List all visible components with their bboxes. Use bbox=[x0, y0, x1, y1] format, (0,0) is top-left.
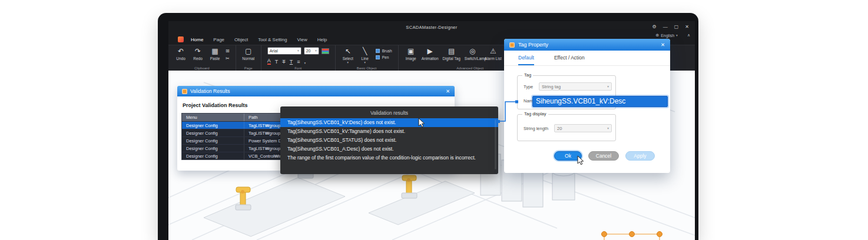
font-group-label: Font bbox=[261, 66, 335, 70]
validation-window-title: Validation Results bbox=[190, 88, 230, 94]
language-selector[interactable]: ⊕ English ▾ bbox=[655, 33, 678, 38]
paste-button[interactable]: ▦ Paste bbox=[208, 47, 221, 61]
language-label: English bbox=[661, 34, 674, 38]
tag-property-titlebar[interactable]: Tag Property ✕ bbox=[504, 39, 670, 51]
font-size-value: 20 bbox=[306, 49, 311, 53]
font-color-palette-icon[interactable] bbox=[322, 48, 329, 54]
validation-window-titlebar[interactable]: Validation Results ✕ bbox=[177, 86, 455, 96]
globe-icon: ⊕ bbox=[655, 33, 659, 38]
normal-label: Normal bbox=[242, 56, 254, 61]
tag-name-input[interactable]: SiheungSS.VCB01_kV:Desc bbox=[532, 96, 668, 107]
string-length-select[interactable]: 20 ▾ bbox=[554, 124, 612, 132]
chevron-down-icon: ▾ bbox=[315, 49, 317, 52]
app-title: SCADAMaster-Designer bbox=[406, 25, 457, 30]
app-titlebar[interactable]: SCADAMaster-Designer ⚙ — ▢ ✕ bbox=[168, 21, 695, 34]
select-label: Select bbox=[343, 56, 353, 61]
undo-label: Undo bbox=[176, 56, 185, 61]
popup-item[interactable]: Tag(SiheungSS.VCB01_A:Desc) does not exi… bbox=[280, 145, 498, 154]
tag-groupbox-legend: Tag bbox=[522, 72, 533, 78]
settings-gear-icon[interactable]: ⚙ bbox=[652, 24, 657, 29]
redo-label: Redo bbox=[193, 56, 203, 61]
apply-button[interactable]: Apply bbox=[625, 151, 655, 161]
app-screen: SCADAMaster-Designer ⚙ — ▢ ✕ ⊕ English ▾… bbox=[168, 21, 695, 240]
tab-default[interactable]: Default bbox=[518, 51, 534, 65]
selection-handle[interactable] bbox=[602, 232, 662, 240]
pen-tool-button[interactable]: Pen bbox=[376, 55, 392, 59]
line-icon: ╲ bbox=[363, 47, 367, 56]
redo-icon: ↷ bbox=[195, 47, 201, 56]
popup-item[interactable]: Tag(SiheungSS.VCB01_STATUS) does not exi… bbox=[280, 136, 498, 145]
selected-object[interactable] bbox=[601, 231, 663, 240]
normal-page-button[interactable]: ▢ Normal bbox=[242, 47, 255, 61]
brush-icon bbox=[376, 49, 380, 53]
string-length-value: 20 bbox=[557, 126, 562, 131]
undo-button[interactable]: ↶ Undo bbox=[174, 47, 187, 61]
menu-tool-setting[interactable]: Tool & Setting bbox=[258, 37, 287, 42]
cell-menu: Designer Config bbox=[182, 145, 244, 152]
animation-tool-button[interactable]: ▶ Animation bbox=[422, 47, 439, 61]
tab-effect-action[interactable]: Effect / Action bbox=[554, 51, 585, 65]
digital-tag-tool-button[interactable]: ▤ Digital Tag bbox=[443, 47, 460, 61]
text-style-button[interactable]: T bbox=[275, 59, 279, 65]
popup-item[interactable]: Tag(SiheungSS.VCB01_kV:Desc) does not ex… bbox=[280, 118, 498, 127]
underline-button[interactable]: T bbox=[290, 59, 293, 65]
line-tool-button[interactable]: ╲ Line ▾ bbox=[359, 47, 372, 64]
alarm-list-tool-button[interactable]: ⚠ Alarm List bbox=[485, 47, 502, 61]
chevron-down-icon: ▾ bbox=[364, 61, 366, 64]
close-icon[interactable]: ✕ bbox=[446, 88, 450, 94]
menu-home[interactable]: Home bbox=[191, 37, 203, 42]
validation-window-icon bbox=[182, 89, 187, 94]
type-label: Type bbox=[524, 84, 533, 89]
align-button[interactable]: ≡ bbox=[297, 59, 300, 65]
switch-lamp-tool-button[interactable]: ◎ Switch/Lamp bbox=[465, 47, 481, 61]
string-length-label: String length bbox=[524, 126, 548, 131]
menu-page[interactable]: Page bbox=[213, 37, 224, 42]
tag-type-value: String tag bbox=[542, 84, 561, 89]
ribbon-group-font: Arial ▾ 20 ▾ A T T bbox=[261, 45, 336, 71]
mouse-cursor bbox=[418, 118, 426, 131]
paste-icon: ▦ bbox=[211, 47, 218, 56]
minimize-button[interactable]: — bbox=[663, 24, 668, 29]
cut-icon[interactable]: ✂ bbox=[226, 56, 230, 61]
font-color-button[interactable]: A bbox=[267, 58, 271, 65]
font-size-select[interactable]: 20 ▾ bbox=[304, 47, 319, 55]
select-tool-button[interactable]: ↖ Select ▾ bbox=[342, 47, 355, 64]
tag-type-select[interactable]: String tag ▾ bbox=[539, 82, 612, 91]
digital-tag-label: Digital Tag bbox=[443, 56, 460, 61]
ribbon-group-basic-object: ↖ Select ▾ ╲ Line ▾ Brush bbox=[336, 45, 399, 71]
tag-property-icon bbox=[509, 42, 515, 48]
page-group-label: Page bbox=[236, 66, 261, 70]
brush-tool-button[interactable]: Brush bbox=[376, 49, 392, 53]
cancel-button[interactable]: Cancel bbox=[588, 151, 619, 161]
copy-icon[interactable]: ⊞ bbox=[226, 48, 230, 54]
cell-menu: Designer Config bbox=[182, 137, 244, 144]
popup-item[interactable]: The range of the first comparison value … bbox=[280, 154, 498, 162]
popup-item[interactable]: Tag(SiheungSS.VCB01_kV:Tagname) does not… bbox=[280, 127, 498, 136]
strikethrough-button[interactable]: T bbox=[282, 59, 286, 65]
menu-object[interactable]: Object bbox=[234, 37, 248, 42]
validation-popup: Validation results Tag(SiheungSS.VCB01_k… bbox=[280, 106, 498, 174]
brush-label: Brush bbox=[382, 49, 392, 53]
image-icon: ▣ bbox=[408, 47, 414, 56]
line-label: Line bbox=[362, 56, 369, 61]
undo-icon: ↶ bbox=[178, 47, 184, 56]
titlebar-right-row: ⊕ English ▾ ∧ bbox=[655, 33, 690, 38]
maximize-button[interactable]: ▢ bbox=[674, 24, 679, 29]
redo-button[interactable]: ↷ Redo bbox=[191, 47, 204, 61]
ribbon-collapse-button[interactable]: ∧ bbox=[687, 33, 690, 38]
font-family-value: Arial bbox=[270, 49, 278, 53]
close-button[interactable]: ✕ bbox=[685, 24, 689, 29]
close-icon[interactable]: ✕ bbox=[661, 42, 665, 48]
animation-label: Animation bbox=[422, 56, 439, 61]
pen-label: Pen bbox=[382, 55, 389, 59]
alarm-icon: ⚠ bbox=[490, 47, 496, 56]
image-tool-button[interactable]: ▣ Image bbox=[405, 47, 418, 61]
font-family-select[interactable]: Arial ▾ bbox=[267, 47, 302, 55]
menu-view[interactable]: View bbox=[297, 37, 307, 42]
chevron-down-icon: ▾ bbox=[607, 85, 609, 88]
menu-help[interactable]: Help bbox=[317, 37, 327, 42]
basic-object-group-label: Basic Object bbox=[336, 66, 398, 70]
cursor-select-icon: ↖ bbox=[345, 47, 351, 56]
link-connector-line bbox=[496, 96, 519, 127]
tag-property-title: Tag Property bbox=[518, 42, 548, 48]
